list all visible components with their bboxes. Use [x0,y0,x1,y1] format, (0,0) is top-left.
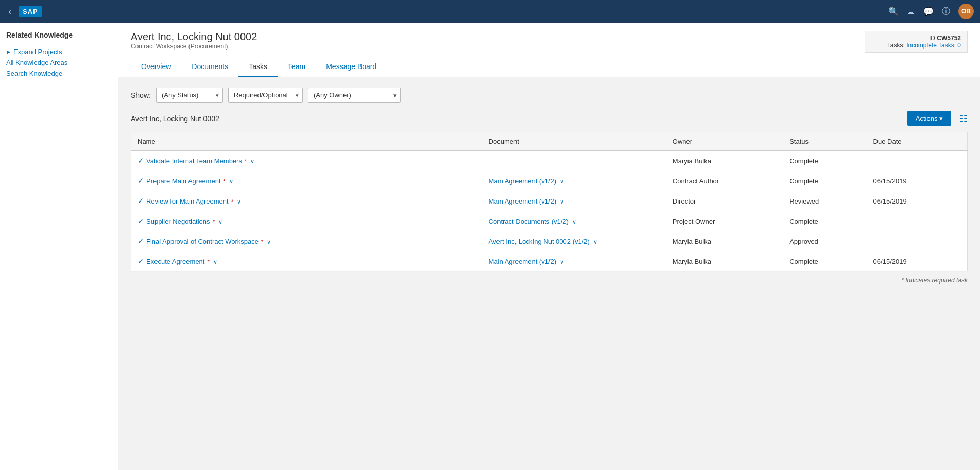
actions-button[interactable]: Actions ▾ [907,111,951,126]
task-check-icon: ✓ [137,216,144,225]
nav-right: 🔍 🖶 💬 ⓘ OB [888,4,974,19]
app-body: Related Knowledge ► Expand Projects All … [0,23,980,470]
tabs: Overview Documents Tasks Team Message Bo… [131,57,968,77]
sidebar-item-all-knowledge[interactable]: All Knowledge Areas [6,57,112,68]
task-name-cell: ✓Validate Internal Team Members * ∨ [131,151,483,171]
task-due-date-cell [867,231,968,251]
table-row: ✓Prepare Main Agreement * ∨Main Agreemen… [131,171,968,191]
expand-chevron-icon[interactable]: ∨ [217,219,222,225]
expand-chevron-icon[interactable]: ∨ [228,178,233,184]
task-check-icon: ✓ [137,257,144,265]
header-subtitle: Contract Workspace (Procurement) [131,43,257,50]
document-link[interactable]: Main Agreement (v1/2) [489,258,557,265]
task-due-date-cell [867,211,968,231]
task-document-cell [483,151,666,171]
search-icon[interactable]: 🔍 [888,7,899,16]
task-name-link[interactable]: Execute Agreement [146,258,204,265]
tab-documents[interactable]: Documents [181,57,238,77]
col-document-header: Document [483,132,666,151]
incomplete-tasks-value[interactable]: Incomplete Tasks: 0 [906,42,961,49]
back-button[interactable]: ‹ [6,6,13,17]
task-document-cell: Contract Documents (v1/2) ∨ [483,211,666,231]
main-content: Avert Inc, Locking Nut 0002 Contract Wor… [118,23,980,470]
task-owner-cell: Project Owner [666,211,783,231]
task-status-cell: Complete [783,211,867,231]
task-name-link[interactable]: Supplier Negotiations [146,217,210,225]
expand-projects-label: Expand Projects [13,48,62,56]
tab-team[interactable]: Team [278,57,316,77]
task-name-link[interactable]: Validate Internal Team Members [146,157,242,165]
print-icon[interactable]: 🖶 [907,7,915,16]
required-star: * [211,219,215,225]
table-row: ✓Final Approval of Contract Workspace * … [131,231,968,251]
expand-chevron-icon[interactable]: ∨ [212,259,217,265]
doc-expand-icon[interactable]: ∨ [558,259,564,265]
nav-left: ‹ SAP [6,6,42,17]
expand-chevron-icon[interactable]: ∨ [265,239,271,245]
tab-message-board[interactable]: Message Board [316,57,387,77]
task-table-body: ✓Validate Internal Team Members * ∨Maryi… [131,151,968,272]
required-star: * [243,158,247,164]
doc-expand-icon[interactable]: ∨ [558,198,564,205]
expand-chevron-icon[interactable]: ∨ [235,198,241,205]
task-check-icon: ✓ [137,156,144,165]
owner-select[interactable]: (Any Owner) Maryia Bulka Contract Author… [308,88,401,103]
required-star: * [260,239,263,245]
task-owner-cell: Maryia Bulka [666,231,783,251]
task-name-cell: ✓Execute Agreement * ∨ [131,251,483,272]
avatar[interactable]: OB [958,4,974,19]
section-header: Avert Inc, Locking Nut 0002 Actions ▾ ☷ [131,111,968,126]
sidebar-item-search-knowledge[interactable]: Search Knowledge [6,68,112,79]
table-header: Name Document Owner Status Due Date [131,132,968,151]
required-select[interactable]: Required/Optional Required Optional [228,88,303,103]
task-status-cell: Approved [783,231,867,251]
sidebar: Related Knowledge ► Expand Projects All … [0,23,118,470]
task-check-icon: ✓ [137,196,144,205]
required-star: * [230,198,233,205]
page-header: Avert Inc, Locking Nut 0002 Contract Wor… [118,23,980,77]
task-status-cell: Complete [783,151,867,171]
table-row: ✓Validate Internal Team Members * ∨Maryi… [131,151,968,171]
task-name-link[interactable]: Final Approval of Contract Workspace [146,238,259,245]
col-owner-header: Owner [666,132,783,151]
task-name-link[interactable]: Review for Main Agreement [146,197,229,205]
all-knowledge-label: All Knowledge Areas [6,59,67,66]
table-header-row: Name Document Owner Status Due Date [131,132,968,151]
document-link[interactable]: Contract Documents (v1/2) [489,217,569,225]
tab-overview[interactable]: Overview [131,57,181,77]
task-due-date-cell: 06/15/2019 [867,171,968,191]
id-label: ID [929,35,935,42]
doc-expand-icon[interactable]: ∨ [571,219,576,225]
table-row: ✓Execute Agreement * ∨Main Agreement (v1… [131,251,968,272]
document-link[interactable]: Main Agreement (v1/2) [489,177,557,185]
grid-view-icon[interactable]: ☷ [959,113,968,124]
tab-tasks[interactable]: Tasks [238,57,278,77]
task-name-cell: ✓Review for Main Agreement * ∨ [131,191,483,211]
task-name-cell: ✓Final Approval of Contract Workspace * … [131,231,483,251]
document-link[interactable]: Avert Inc, Locking Nut 0002 (v1/2) [489,238,590,245]
table-row: ✓Supplier Negotiations * ∨Contract Docum… [131,211,968,231]
help-icon[interactable]: ⓘ [942,6,950,17]
col-due-header: Due Date [867,132,968,151]
sap-logo: SAP [19,6,42,17]
task-document-cell: Main Agreement (v1/2) ∨ [483,171,666,191]
doc-expand-icon[interactable]: ∨ [558,178,564,184]
task-owner-cell: Director [666,191,783,211]
expand-chevron-icon[interactable]: ∨ [249,158,254,164]
task-owner-cell: Maryia Bulka [666,151,783,171]
header-right: Actions ▾ ☷ [907,111,968,126]
content-area: Show: (Any Status) Complete In Progress … [118,77,980,294]
section-title: Avert Inc, Locking Nut 0002 [131,114,219,123]
search-knowledge-label: Search Knowledge [6,70,62,77]
top-nav: ‹ SAP 🔍 🖶 💬 ⓘ OB [0,0,980,23]
task-name-link[interactable]: Prepare Main Agreement [146,177,221,185]
task-document-cell: Avert Inc, Locking Nut 0002 (v1/2) ∨ [483,231,666,251]
required-select-wrapper: Required/Optional Required Optional [228,88,303,103]
header-top: Avert Inc, Locking Nut 0002 Contract Wor… [131,31,968,55]
chat-icon[interactable]: 💬 [923,7,934,16]
sidebar-item-expand-projects[interactable]: ► Expand Projects [6,46,112,57]
doc-expand-icon[interactable]: ∨ [592,239,597,245]
status-select[interactable]: (Any Status) Complete In Progress Not St… [156,88,223,103]
document-link[interactable]: Main Agreement (v1/2) [489,197,557,205]
task-check-icon: ✓ [137,237,144,245]
